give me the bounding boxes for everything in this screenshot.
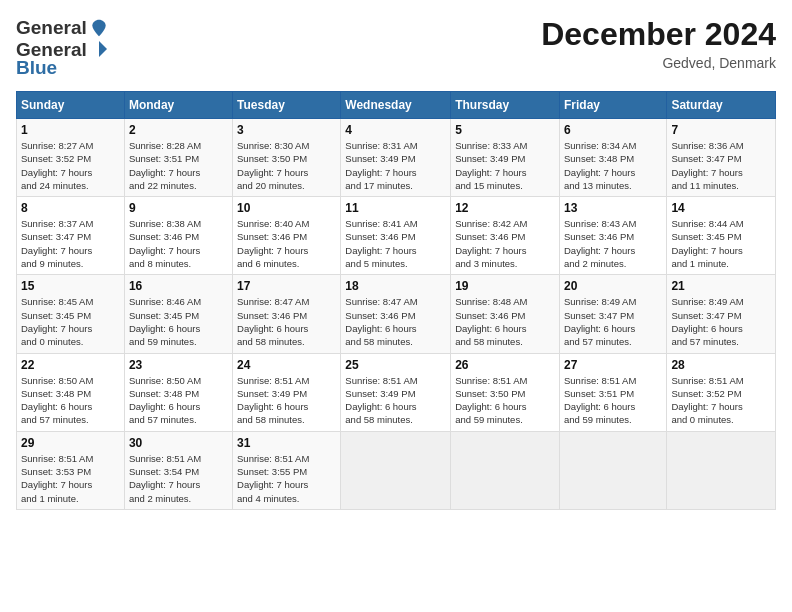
day-info: Sunrise: 8:48 AM Sunset: 3:46 PM Dayligh…: [455, 295, 555, 348]
calendar-cell: 5Sunrise: 8:33 AM Sunset: 3:49 PM Daylig…: [451, 119, 560, 197]
calendar-week-5: 29Sunrise: 8:51 AM Sunset: 3:53 PM Dayli…: [17, 431, 776, 509]
day-info: Sunrise: 8:51 AM Sunset: 3:49 PM Dayligh…: [345, 374, 446, 427]
title-block: December 2024 Gedved, Denmark: [541, 16, 776, 71]
day-number: 7: [671, 123, 771, 137]
day-number: 5: [455, 123, 555, 137]
day-info: Sunrise: 8:42 AM Sunset: 3:46 PM Dayligh…: [455, 217, 555, 270]
weekday-header-friday: Friday: [559, 92, 666, 119]
day-number: 25: [345, 358, 446, 372]
weekday-header-monday: Monday: [124, 92, 232, 119]
calendar-cell: 17Sunrise: 8:47 AM Sunset: 3:46 PM Dayli…: [233, 275, 341, 353]
day-info: Sunrise: 8:49 AM Sunset: 3:47 PM Dayligh…: [564, 295, 662, 348]
calendar-cell: 4Sunrise: 8:31 AM Sunset: 3:49 PM Daylig…: [341, 119, 451, 197]
calendar-cell: 26Sunrise: 8:51 AM Sunset: 3:50 PM Dayli…: [451, 353, 560, 431]
day-number: 19: [455, 279, 555, 293]
day-number: 8: [21, 201, 120, 215]
day-number: 10: [237, 201, 336, 215]
day-info: Sunrise: 8:31 AM Sunset: 3:49 PM Dayligh…: [345, 139, 446, 192]
logo: General General Blue: [16, 16, 111, 79]
day-info: Sunrise: 8:28 AM Sunset: 3:51 PM Dayligh…: [129, 139, 228, 192]
day-info: Sunrise: 8:51 AM Sunset: 3:53 PM Dayligh…: [21, 452, 120, 505]
logo-flag-icon: [89, 39, 109, 59]
calendar-week-3: 15Sunrise: 8:45 AM Sunset: 3:45 PM Dayli…: [17, 275, 776, 353]
day-number: 21: [671, 279, 771, 293]
svg-marker-0: [99, 41, 107, 57]
calendar-cell: 3Sunrise: 8:30 AM Sunset: 3:50 PM Daylig…: [233, 119, 341, 197]
day-info: Sunrise: 8:45 AM Sunset: 3:45 PM Dayligh…: [21, 295, 120, 348]
day-info: Sunrise: 8:33 AM Sunset: 3:49 PM Dayligh…: [455, 139, 555, 192]
day-info: Sunrise: 8:27 AM Sunset: 3:52 PM Dayligh…: [21, 139, 120, 192]
day-info: Sunrise: 8:50 AM Sunset: 3:48 PM Dayligh…: [21, 374, 120, 427]
calendar-cell: 31Sunrise: 8:51 AM Sunset: 3:55 PM Dayli…: [233, 431, 341, 509]
calendar-cell: 13Sunrise: 8:43 AM Sunset: 3:46 PM Dayli…: [559, 197, 666, 275]
day-number: 29: [21, 436, 120, 450]
day-info: Sunrise: 8:51 AM Sunset: 3:55 PM Dayligh…: [237, 452, 336, 505]
day-number: 26: [455, 358, 555, 372]
calendar-week-2: 8Sunrise: 8:37 AM Sunset: 3:47 PM Daylig…: [17, 197, 776, 275]
calendar-cell: 7Sunrise: 8:36 AM Sunset: 3:47 PM Daylig…: [667, 119, 776, 197]
day-info: Sunrise: 8:41 AM Sunset: 3:46 PM Dayligh…: [345, 217, 446, 270]
calendar-cell: 29Sunrise: 8:51 AM Sunset: 3:53 PM Dayli…: [17, 431, 125, 509]
day-number: 28: [671, 358, 771, 372]
calendar-cell: 1Sunrise: 8:27 AM Sunset: 3:52 PM Daylig…: [17, 119, 125, 197]
day-info: Sunrise: 8:44 AM Sunset: 3:45 PM Dayligh…: [671, 217, 771, 270]
calendar-cell: 27Sunrise: 8:51 AM Sunset: 3:51 PM Dayli…: [559, 353, 666, 431]
day-number: 16: [129, 279, 228, 293]
calendar-cell: 18Sunrise: 8:47 AM Sunset: 3:46 PM Dayli…: [341, 275, 451, 353]
day-info: Sunrise: 8:43 AM Sunset: 3:46 PM Dayligh…: [564, 217, 662, 270]
day-number: 15: [21, 279, 120, 293]
day-number: 4: [345, 123, 446, 137]
calendar-week-1: 1Sunrise: 8:27 AM Sunset: 3:52 PM Daylig…: [17, 119, 776, 197]
location-subtitle: Gedved, Denmark: [541, 55, 776, 71]
calendar-cell: 8Sunrise: 8:37 AM Sunset: 3:47 PM Daylig…: [17, 197, 125, 275]
calendar-cell: [667, 431, 776, 509]
calendar-cell: 16Sunrise: 8:46 AM Sunset: 3:45 PM Dayli…: [124, 275, 232, 353]
calendar-cell: [451, 431, 560, 509]
day-number: 11: [345, 201, 446, 215]
day-number: 17: [237, 279, 336, 293]
weekday-header-sunday: Sunday: [17, 92, 125, 119]
weekday-header-thursday: Thursday: [451, 92, 560, 119]
calendar-cell: [341, 431, 451, 509]
calendar-cell: 25Sunrise: 8:51 AM Sunset: 3:49 PM Dayli…: [341, 353, 451, 431]
day-number: 9: [129, 201, 228, 215]
calendar-cell: 11Sunrise: 8:41 AM Sunset: 3:46 PM Dayli…: [341, 197, 451, 275]
calendar-week-4: 22Sunrise: 8:50 AM Sunset: 3:48 PM Dayli…: [17, 353, 776, 431]
day-info: Sunrise: 8:51 AM Sunset: 3:49 PM Dayligh…: [237, 374, 336, 427]
day-info: Sunrise: 8:51 AM Sunset: 3:50 PM Dayligh…: [455, 374, 555, 427]
calendar-header-row: SundayMondayTuesdayWednesdayThursdayFrid…: [17, 92, 776, 119]
day-number: 31: [237, 436, 336, 450]
day-number: 6: [564, 123, 662, 137]
logo-general: General: [16, 17, 87, 39]
day-number: 2: [129, 123, 228, 137]
calendar-cell: [559, 431, 666, 509]
day-number: 12: [455, 201, 555, 215]
day-info: Sunrise: 8:47 AM Sunset: 3:46 PM Dayligh…: [345, 295, 446, 348]
day-info: Sunrise: 8:34 AM Sunset: 3:48 PM Dayligh…: [564, 139, 662, 192]
day-number: 24: [237, 358, 336, 372]
weekday-header-tuesday: Tuesday: [233, 92, 341, 119]
calendar-cell: 23Sunrise: 8:50 AM Sunset: 3:48 PM Dayli…: [124, 353, 232, 431]
weekday-header-saturday: Saturday: [667, 92, 776, 119]
calendar-table: SundayMondayTuesdayWednesdayThursdayFrid…: [16, 91, 776, 510]
day-number: 3: [237, 123, 336, 137]
page-header: General General Blue December 2024 Gedve…: [16, 16, 776, 79]
logo-blue-text: Blue: [16, 57, 57, 79]
month-title: December 2024: [541, 16, 776, 53]
day-number: 27: [564, 358, 662, 372]
calendar-cell: 10Sunrise: 8:40 AM Sunset: 3:46 PM Dayli…: [233, 197, 341, 275]
calendar-cell: 24Sunrise: 8:51 AM Sunset: 3:49 PM Dayli…: [233, 353, 341, 431]
day-info: Sunrise: 8:38 AM Sunset: 3:46 PM Dayligh…: [129, 217, 228, 270]
day-number: 30: [129, 436, 228, 450]
day-number: 20: [564, 279, 662, 293]
calendar-cell: 21Sunrise: 8:49 AM Sunset: 3:47 PM Dayli…: [667, 275, 776, 353]
calendar-cell: 14Sunrise: 8:44 AM Sunset: 3:45 PM Dayli…: [667, 197, 776, 275]
day-info: Sunrise: 8:37 AM Sunset: 3:47 PM Dayligh…: [21, 217, 120, 270]
calendar-cell: 6Sunrise: 8:34 AM Sunset: 3:48 PM Daylig…: [559, 119, 666, 197]
day-info: Sunrise: 8:51 AM Sunset: 3:54 PM Dayligh…: [129, 452, 228, 505]
day-info: Sunrise: 8:51 AM Sunset: 3:52 PM Dayligh…: [671, 374, 771, 427]
day-info: Sunrise: 8:36 AM Sunset: 3:47 PM Dayligh…: [671, 139, 771, 192]
logo-icon: [89, 18, 109, 38]
day-info: Sunrise: 8:40 AM Sunset: 3:46 PM Dayligh…: [237, 217, 336, 270]
day-info: Sunrise: 8:46 AM Sunset: 3:45 PM Dayligh…: [129, 295, 228, 348]
